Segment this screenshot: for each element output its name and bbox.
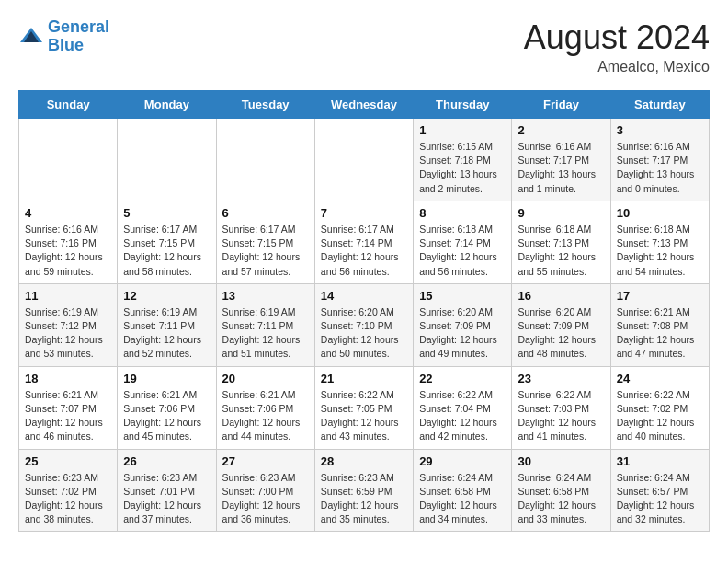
calendar-cell: 23Sunrise: 6:22 AM Sunset: 7:03 PM Dayli… (512, 366, 610, 449)
day-number: 3 (617, 123, 703, 137)
day-info: Sunrise: 6:20 AM Sunset: 7:09 PM Dayligh… (419, 305, 506, 362)
day-info: Sunrise: 6:18 AM Sunset: 7:13 PM Dayligh… (518, 223, 604, 279)
day-number: 22 (419, 372, 506, 385)
calendar-cell (118, 119, 216, 201)
calendar-week-row: 25Sunrise: 6:23 AM Sunset: 7:02 PM Dayli… (19, 449, 710, 532)
day-number: 19 (123, 372, 210, 385)
day-info: Sunrise: 6:18 AM Sunset: 7:13 PM Dayligh… (617, 223, 703, 279)
day-number: 14 (321, 289, 407, 303)
day-info: Sunrise: 6:20 AM Sunset: 7:09 PM Dayligh… (518, 305, 604, 362)
weekday-header-thursday: Thursday (414, 91, 512, 119)
weekday-header-saturday: Saturday (610, 91, 709, 119)
day-number: 5 (123, 206, 210, 220)
day-info: Sunrise: 6:23 AM Sunset: 7:01 PM Dayligh… (123, 471, 210, 527)
day-info: Sunrise: 6:19 AM Sunset: 7:11 PM Dayligh… (222, 305, 309, 362)
calendar-cell: 15Sunrise: 6:20 AM Sunset: 7:09 PM Dayli… (414, 283, 512, 366)
calendar-cell: 21Sunrise: 6:22 AM Sunset: 7:05 PM Dayli… (314, 366, 413, 449)
calendar-cell: 14Sunrise: 6:20 AM Sunset: 7:10 PM Dayli… (314, 283, 413, 366)
day-number: 12 (123, 289, 210, 303)
day-info: Sunrise: 6:22 AM Sunset: 7:05 PM Dayligh… (321, 388, 407, 444)
day-info: Sunrise: 6:22 AM Sunset: 7:03 PM Dayligh… (518, 388, 604, 444)
day-info: Sunrise: 6:23 AM Sunset: 7:02 PM Dayligh… (25, 471, 111, 527)
day-number: 4 (25, 206, 111, 220)
day-info: Sunrise: 6:20 AM Sunset: 7:10 PM Dayligh… (321, 305, 407, 362)
day-info: Sunrise: 6:16 AM Sunset: 7:17 PM Dayligh… (617, 140, 703, 196)
day-number: 31 (617, 454, 703, 468)
weekday-header-sunday: Sunday (19, 91, 118, 119)
calendar-cell: 1Sunrise: 6:15 AM Sunset: 7:18 PM Daylig… (414, 119, 512, 201)
weekday-header-wednesday: Wednesday (314, 91, 413, 119)
calendar-cell: 31Sunrise: 6:24 AM Sunset: 6:57 PM Dayli… (610, 449, 709, 532)
calendar-cell: 12Sunrise: 6:19 AM Sunset: 7:11 PM Dayli… (118, 283, 216, 366)
calendar-week-row: 11Sunrise: 6:19 AM Sunset: 7:12 PM Dayli… (19, 283, 710, 366)
day-number: 20 (222, 372, 309, 385)
calendar-week-row: 18Sunrise: 6:21 AM Sunset: 7:07 PM Dayli… (19, 366, 710, 449)
day-number: 8 (419, 206, 506, 220)
calendar-cell: 26Sunrise: 6:23 AM Sunset: 7:01 PM Dayli… (118, 449, 216, 532)
calendar-cell: 7Sunrise: 6:17 AM Sunset: 7:14 PM Daylig… (314, 201, 413, 283)
weekday-header-monday: Monday (118, 91, 216, 119)
calendar-cell: 17Sunrise: 6:21 AM Sunset: 7:08 PM Dayli… (610, 283, 709, 366)
weekday-header-row: SundayMondayTuesdayWednesdayThursdayFrid… (19, 91, 710, 119)
calendar-cell: 8Sunrise: 6:18 AM Sunset: 7:14 PM Daylig… (414, 201, 512, 283)
calendar-cell: 29Sunrise: 6:24 AM Sunset: 6:58 PM Dayli… (414, 449, 512, 532)
calendar-table: SundayMondayTuesdayWednesdayThursdayFrid… (18, 90, 710, 532)
logo: General Blue (18, 18, 109, 55)
day-number: 28 (321, 454, 407, 468)
calendar-cell: 30Sunrise: 6:24 AM Sunset: 6:58 PM Dayli… (512, 449, 610, 532)
calendar-cell: 25Sunrise: 6:23 AM Sunset: 7:02 PM Dayli… (19, 449, 118, 532)
month-title: August 2024 (524, 18, 710, 57)
day-info: Sunrise: 6:18 AM Sunset: 7:14 PM Dayligh… (419, 223, 506, 279)
day-number: 10 (617, 206, 703, 220)
day-number: 6 (222, 206, 309, 220)
day-number: 1 (419, 123, 506, 137)
day-info: Sunrise: 6:23 AM Sunset: 7:00 PM Dayligh… (222, 471, 309, 527)
day-info: Sunrise: 6:21 AM Sunset: 7:08 PM Dayligh… (617, 305, 703, 362)
calendar-cell: 9Sunrise: 6:18 AM Sunset: 7:13 PM Daylig… (512, 201, 610, 283)
calendar-cell: 18Sunrise: 6:21 AM Sunset: 7:07 PM Dayli… (19, 366, 118, 449)
day-number: 7 (321, 206, 407, 220)
calendar-cell: 20Sunrise: 6:21 AM Sunset: 7:06 PM Dayli… (216, 366, 314, 449)
calendar-cell: 27Sunrise: 6:23 AM Sunset: 7:00 PM Dayli… (216, 449, 314, 532)
weekday-header-tuesday: Tuesday (216, 91, 314, 119)
day-number: 13 (222, 289, 309, 303)
calendar-cell: 28Sunrise: 6:23 AM Sunset: 6:59 PM Dayli… (314, 449, 413, 532)
logo-blue: Blue (48, 36, 84, 54)
day-info: Sunrise: 6:22 AM Sunset: 7:02 PM Dayligh… (617, 388, 703, 444)
day-info: Sunrise: 6:21 AM Sunset: 7:06 PM Dayligh… (123, 388, 210, 444)
calendar-cell (314, 119, 413, 201)
day-info: Sunrise: 6:22 AM Sunset: 7:04 PM Dayligh… (419, 388, 506, 444)
day-number: 15 (419, 289, 506, 303)
day-number: 21 (321, 372, 407, 385)
day-info: Sunrise: 6:19 AM Sunset: 7:11 PM Dayligh… (123, 305, 210, 362)
calendar-cell: 5Sunrise: 6:17 AM Sunset: 7:15 PM Daylig… (118, 201, 216, 283)
day-info: Sunrise: 6:16 AM Sunset: 7:17 PM Dayligh… (518, 140, 604, 196)
day-info: Sunrise: 6:21 AM Sunset: 7:07 PM Dayligh… (25, 388, 111, 444)
day-number: 30 (518, 454, 604, 468)
day-number: 23 (518, 372, 604, 385)
calendar-cell: 22Sunrise: 6:22 AM Sunset: 7:04 PM Dayli… (414, 366, 512, 449)
day-number: 2 (518, 123, 604, 137)
day-info: Sunrise: 6:24 AM Sunset: 6:58 PM Dayligh… (419, 471, 506, 527)
title-block: August 2024 Amealco, Mexico (524, 18, 710, 75)
calendar-week-row: 4Sunrise: 6:16 AM Sunset: 7:16 PM Daylig… (19, 201, 710, 283)
calendar-cell: 4Sunrise: 6:16 AM Sunset: 7:16 PM Daylig… (19, 201, 118, 283)
day-info: Sunrise: 6:17 AM Sunset: 7:14 PM Dayligh… (321, 223, 407, 279)
day-number: 24 (617, 372, 703, 385)
calendar-cell: 24Sunrise: 6:22 AM Sunset: 7:02 PM Dayli… (610, 366, 709, 449)
calendar-week-row: 1Sunrise: 6:15 AM Sunset: 7:18 PM Daylig… (19, 119, 710, 201)
calendar-cell: 11Sunrise: 6:19 AM Sunset: 7:12 PM Dayli… (19, 283, 118, 366)
day-info: Sunrise: 6:24 AM Sunset: 6:58 PM Dayligh… (518, 471, 604, 527)
day-number: 9 (518, 206, 604, 220)
day-number: 26 (123, 454, 210, 468)
calendar-cell (216, 119, 314, 201)
day-number: 25 (25, 454, 111, 468)
day-info: Sunrise: 6:17 AM Sunset: 7:15 PM Dayligh… (123, 223, 210, 279)
day-number: 18 (25, 372, 111, 385)
day-info: Sunrise: 6:19 AM Sunset: 7:12 PM Dayligh… (25, 305, 111, 362)
day-info: Sunrise: 6:17 AM Sunset: 7:15 PM Dayligh… (222, 223, 309, 279)
logo-icon (18, 24, 44, 50)
calendar-cell: 13Sunrise: 6:19 AM Sunset: 7:11 PM Dayli… (216, 283, 314, 366)
calendar-cell: 16Sunrise: 6:20 AM Sunset: 7:09 PM Dayli… (512, 283, 610, 366)
page-header: General Blue August 2024 Amealco, Mexico (18, 18, 710, 75)
